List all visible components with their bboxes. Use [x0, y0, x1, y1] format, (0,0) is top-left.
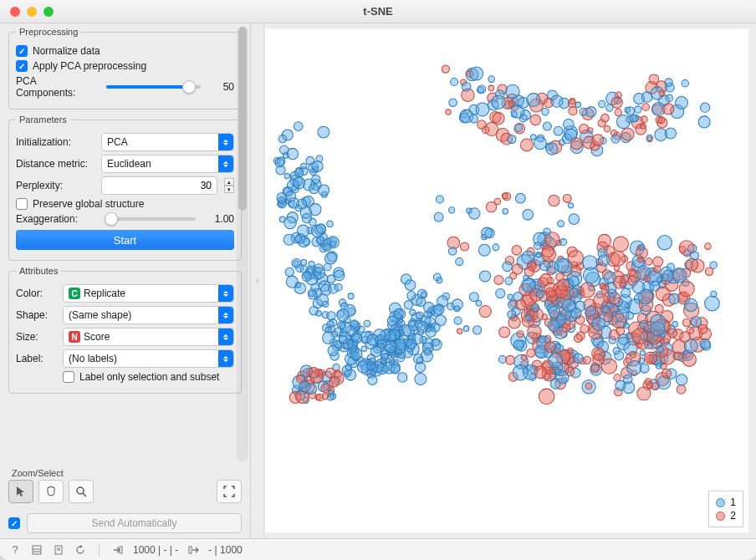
preserve-global-checkbox[interactable] — [16, 198, 28, 210]
svg-point-187 — [352, 333, 360, 341]
svg-point-351 — [325, 368, 335, 378]
svg-point-405 — [542, 108, 549, 115]
svg-point-208 — [337, 309, 349, 321]
svg-point-290 — [309, 184, 319, 194]
fit-to-view-button[interactable] — [217, 480, 242, 503]
close-window-button[interactable] — [10, 7, 20, 17]
chevron-updown-icon — [218, 134, 233, 150]
svg-point-169 — [367, 334, 378, 345]
svg-point-738 — [684, 298, 697, 311]
svg-point-773 — [613, 348, 620, 354]
svg-point-228 — [301, 260, 307, 266]
initialization-select[interactable]: PCA — [101, 133, 234, 151]
status-bar: ? 1000 | - | - - | 1000 — [0, 538, 756, 560]
svg-point-960 — [524, 275, 529, 280]
maximize-window-button[interactable] — [43, 7, 54, 17]
label-select[interactable]: (No labels) — [63, 349, 234, 368]
svg-point-164 — [364, 320, 370, 327]
sidebar-scrollbar[interactable] — [237, 27, 248, 461]
svg-point-900 — [656, 364, 662, 369]
minimize-window-button[interactable] — [27, 7, 37, 17]
pca-preprocess-checkbox[interactable] — [16, 60, 28, 72]
send-auto-checkbox[interactable] — [8, 517, 20, 529]
svg-point-518 — [640, 350, 645, 355]
legend-swatch-icon — [716, 498, 725, 507]
stepper-up-icon[interactable]: ▴ — [224, 178, 234, 186]
svg-point-500 — [698, 116, 710, 128]
help-icon[interactable]: ? — [8, 543, 22, 557]
svg-point-481 — [630, 115, 637, 122]
perplexity-stepper[interactable]: ▴ ▾ — [224, 178, 234, 193]
pan-tool-button[interactable] — [38, 480, 64, 503]
svg-point-970 — [548, 277, 554, 284]
svg-point-268 — [284, 234, 294, 245]
svg-point-234 — [334, 270, 345, 281]
zoom-tool-button[interactable] — [69, 480, 94, 503]
svg-point-250 — [324, 252, 336, 264]
distance-metric-select[interactable]: Euclidean — [101, 155, 234, 173]
svg-point-19 — [407, 292, 416, 300]
svg-point-853 — [646, 382, 652, 388]
normalize-checkbox[interactable] — [16, 45, 28, 57]
exaggeration-slider[interactable] — [106, 217, 196, 221]
svg-point-383 — [478, 85, 485, 93]
svg-point-497 — [658, 117, 665, 124]
svg-point-318 — [294, 122, 303, 131]
svg-point-439 — [575, 102, 580, 107]
label-only-selection-checkbox[interactable] — [63, 371, 74, 383]
select-tool-button[interactable] — [8, 480, 33, 503]
svg-point-816 — [568, 250, 584, 266]
svg-point-277 — [316, 224, 325, 233]
svg-point-792 — [656, 287, 670, 301]
normalize-label: Normalize data — [33, 45, 100, 57]
pca-components-slider[interactable] — [106, 85, 201, 89]
svg-point-607 — [496, 288, 505, 298]
svg-point-761 — [637, 387, 651, 400]
send-automatically-button[interactable]: Send Automatically — [27, 513, 242, 533]
svg-point-940 — [569, 288, 579, 298]
svg-point-358 — [323, 394, 329, 400]
svg-point-209 — [316, 311, 322, 317]
svg-point-958 — [536, 252, 541, 257]
svg-point-932 — [503, 262, 513, 272]
svg-point-821 — [601, 285, 609, 293]
svg-point-419 — [534, 137, 547, 150]
svg-point-901 — [527, 349, 535, 357]
svg-point-857 — [640, 320, 648, 328]
svg-point-485 — [666, 128, 677, 139]
initialization-label: Initialization: — [16, 136, 96, 148]
svg-point-229 — [302, 272, 311, 281]
scatter-plot[interactable]: 1 2 — [264, 28, 749, 533]
svg-point-895 — [593, 354, 604, 365]
svg-point-839 — [592, 318, 605, 331]
sidebar-scrollbar-thumb[interactable] — [238, 27, 247, 211]
shape-select[interactable]: (Same shape) — [63, 306, 234, 324]
svg-point-20 — [404, 301, 412, 309]
panel-splitter[interactable]: › — [251, 23, 264, 538]
svg-point-972 — [454, 317, 462, 324]
report-icon[interactable] — [52, 543, 65, 557]
pca-preprocess-label: Apply PCA preprocessing — [33, 60, 146, 72]
svg-point-664 — [667, 328, 677, 338]
svg-point-372 — [470, 67, 483, 80]
size-select[interactable]: NScore — [63, 328, 234, 346]
svg-point-801 — [657, 236, 672, 250]
svg-point-911 — [549, 354, 563, 368]
color-select[interactable]: CReplicate — [63, 284, 234, 303]
perplexity-input[interactable] — [101, 176, 217, 195]
svg-point-842 — [677, 374, 687, 385]
svg-point-320 — [318, 126, 329, 138]
start-button[interactable]: Start — [16, 230, 234, 250]
svg-point-951 — [472, 326, 481, 334]
settings-icon[interactable] — [30, 543, 43, 557]
svg-point-288 — [295, 205, 301, 211]
svg-point-902 — [583, 267, 599, 283]
svg-point-756 — [644, 275, 651, 282]
reset-icon[interactable] — [74, 543, 87, 557]
svg-point-910 — [682, 318, 690, 326]
svg-point-310 — [294, 177, 305, 189]
svg-point-393 — [488, 85, 494, 91]
svg-point-859 — [654, 266, 661, 272]
stepper-down-icon[interactable]: ▾ — [224, 186, 234, 193]
svg-point-926 — [463, 326, 469, 332]
